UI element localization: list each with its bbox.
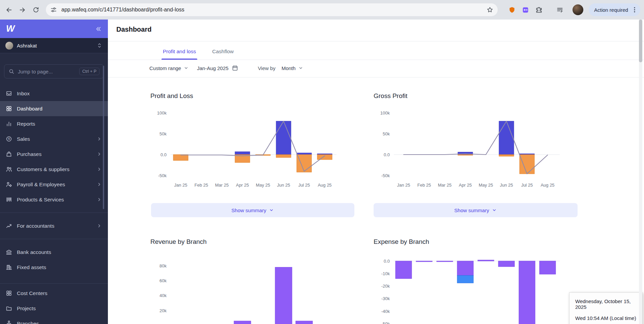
show-summary-button[interactable]: Show summary xyxy=(151,203,354,217)
back-icon[interactable] xyxy=(2,3,16,17)
svg-text:Jun 25: Jun 25 xyxy=(277,183,290,188)
folder-icon xyxy=(6,305,12,312)
sidebar-item-inbox[interactable]: Inbox xyxy=(0,86,108,101)
account-switcher[interactable]: Ashrakat xyxy=(0,38,108,53)
gross-profit-chart: 100k50k0.0-50kJan 25Feb 25Mar 25Apr 25Ma… xyxy=(374,108,579,192)
expense-by-branch-chart: 0.0-10k-20k-30k-40k-50k xyxy=(374,253,579,324)
svg-text:0.0: 0.0 xyxy=(160,152,167,157)
svg-text:Feb 25: Feb 25 xyxy=(195,183,208,188)
action-required-button[interactable]: Action required xyxy=(589,3,640,16)
barcode-icon xyxy=(6,196,12,203)
sidebar-logo-bar: W xyxy=(0,20,108,38)
tooltip-date: Wednesday, October 15, 2025 xyxy=(575,298,639,310)
browser-toolbar: app.wafeq.com/c/141771/dashboard/profit-… xyxy=(0,0,644,20)
reload-icon[interactable] xyxy=(29,3,42,17)
sidebar-item-projects[interactable]: Projects xyxy=(0,301,108,316)
svg-text:40k: 40k xyxy=(159,293,167,298)
sidebar-item-sales[interactable]: S Sales xyxy=(0,131,108,147)
dashboard-grid-icon xyxy=(6,105,12,112)
sidebar-divider xyxy=(0,283,108,284)
view-by-value: Month xyxy=(282,65,296,71)
jump-to-page-search[interactable]: Jump to page... Ctrl + P xyxy=(4,64,104,78)
people-icon xyxy=(6,166,12,172)
chevron-right-icon xyxy=(96,151,102,157)
view-by-dropdown[interactable]: Month xyxy=(282,65,303,71)
svg-text:-50k: -50k xyxy=(158,173,167,178)
page-title: Dashboard xyxy=(116,26,151,33)
page-scrollbar-thumb[interactable] xyxy=(639,20,642,62)
bookmark-star-icon[interactable] xyxy=(486,6,494,13)
search-icon xyxy=(8,68,14,74)
profile-avatar[interactable] xyxy=(573,4,583,15)
account-name: Ashrakat xyxy=(17,43,37,48)
view-by-label: View by xyxy=(258,65,275,71)
svg-text:-50k: -50k xyxy=(381,173,390,178)
site-settings-icon[interactable] xyxy=(50,6,57,13)
sidebar-item-products-services[interactable]: Products & Services xyxy=(0,192,108,207)
chevron-right-icon xyxy=(96,166,102,172)
svg-text:Jun 25: Jun 25 xyxy=(500,183,513,188)
svg-text:Mar 25: Mar 25 xyxy=(438,183,451,188)
forward-icon[interactable] xyxy=(16,3,29,17)
svg-text:50k: 50k xyxy=(383,131,390,136)
main-content: Dashboard Profit and loss Cashflow Custo… xyxy=(108,20,644,324)
svg-text:100k: 100k xyxy=(380,110,390,116)
reading-list-icon[interactable] xyxy=(553,3,566,17)
svg-text:60k: 60k xyxy=(159,278,167,283)
sidebar-scrollbar[interactable] xyxy=(103,66,104,209)
browser-menu-icon[interactable] xyxy=(631,6,638,13)
chevron-down-icon xyxy=(183,65,189,71)
collapse-sidebar-icon[interactable] xyxy=(94,25,102,33)
filters-bar: Custom range Jan-Aug 2025 View by Month xyxy=(149,62,303,74)
svg-text:20k: 20k xyxy=(159,308,167,313)
chart-title-expense-by-branch: Expense by Branch xyxy=(374,238,429,246)
sidebar-item-fixed-assets[interactable]: Fixed assets xyxy=(0,260,108,275)
sidebar-nav: Inbox Dashboard Reports S Sales Purchase… xyxy=(0,78,108,324)
sidebar: W Ashrakat Jump to page... Ctrl + P Inbo… xyxy=(0,20,108,324)
svg-text:-40k: -40k xyxy=(381,309,390,314)
chevron-right-icon xyxy=(96,182,102,187)
action-required-label: Action required xyxy=(594,7,628,13)
page-scrollbar[interactable] xyxy=(639,20,642,324)
extension-purple-icon[interactable] xyxy=(519,3,532,17)
sidebar-item-customers-suppliers[interactable]: Customers & suppliers xyxy=(0,162,108,177)
datetime-tooltip: Wednesday, October 15, 2025 Wed 10:54 AM… xyxy=(569,292,643,324)
inbox-icon xyxy=(6,90,12,97)
sidebar-item-for-accountants[interactable]: For accountants xyxy=(0,218,108,233)
chevron-down-icon xyxy=(269,207,274,213)
sidebar-item-branches[interactable]: Branches xyxy=(0,316,108,324)
divider xyxy=(108,77,644,77)
sidebar-item-bank-accounts[interactable]: Bank accounts xyxy=(0,245,108,260)
tab-cashflow[interactable]: Cashflow xyxy=(212,43,234,60)
sidebar-item-reports[interactable]: Reports xyxy=(0,116,108,131)
range-type-dropdown[interactable]: Custom range xyxy=(149,65,189,71)
extensions-puzzle-icon[interactable] xyxy=(532,3,546,17)
calendar-icon xyxy=(232,65,238,71)
address-bar[interactable]: app.wafeq.com/c/141771/dashboard/profit-… xyxy=(46,3,498,16)
account-avatar xyxy=(5,42,13,50)
bar-chart-icon xyxy=(6,121,12,127)
svg-text:Jul 25: Jul 25 xyxy=(521,183,533,188)
sidebar-item-dashboard[interactable]: Dashboard xyxy=(0,101,108,116)
svg-text:May 25: May 25 xyxy=(256,183,270,188)
sidebar-item-payroll-employees[interactable]: Payroll & Employees xyxy=(0,177,108,192)
svg-text:Jan 25: Jan 25 xyxy=(174,183,187,188)
date-range-picker[interactable]: Jan-Aug 2025 xyxy=(197,65,238,71)
svg-text:-30k: -30k xyxy=(381,296,390,301)
search-shortcut-badge: Ctrl + P xyxy=(79,68,99,75)
tooltip-time: Wed 10:54 AM (Local time) xyxy=(575,315,639,321)
svg-text:100k: 100k xyxy=(157,110,167,116)
show-summary-button[interactable]: Show summary xyxy=(374,203,578,217)
tab-profit-and-loss[interactable]: Profit and loss xyxy=(163,43,196,60)
svg-text:Mar 25: Mar 25 xyxy=(215,183,229,188)
svg-text:Aug 25: Aug 25 xyxy=(318,183,331,188)
chevron-down-icon xyxy=(492,207,497,213)
sidebar-item-cost-centers[interactable]: Cost Centers xyxy=(0,286,108,301)
svg-text:80k: 80k xyxy=(159,263,167,268)
screen: app.wafeq.com/c/141771/dashboard/profit-… xyxy=(0,0,644,324)
chart-title-profit-and-loss: Profit and Loss xyxy=(150,92,193,100)
svg-text:May 25: May 25 xyxy=(479,183,493,188)
url-text: app.wafeq.com/c/141771/dashboard/profit-… xyxy=(61,7,486,13)
sidebar-item-purchases[interactable]: Purchases xyxy=(0,147,108,162)
extension-shield-icon[interactable] xyxy=(505,3,519,17)
